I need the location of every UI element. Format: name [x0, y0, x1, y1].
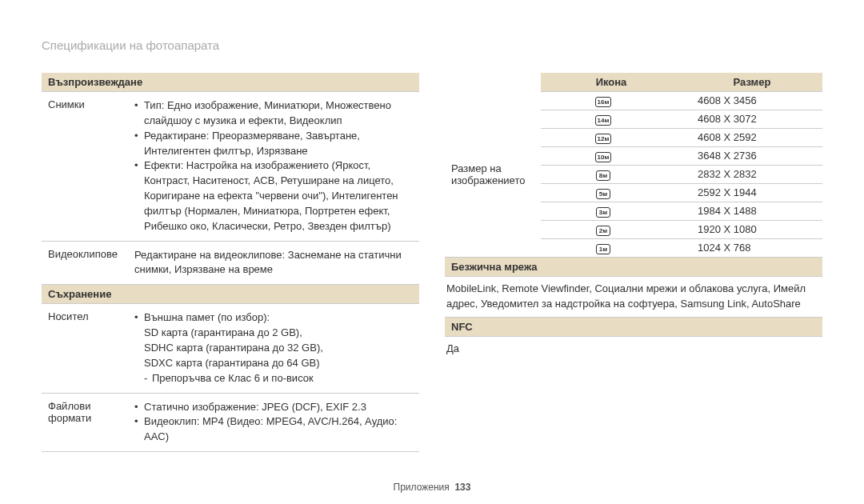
mp-icon: 10м: [595, 152, 612, 162]
size-row: 8м 2832 X 2832: [541, 165, 822, 183]
footer-label: Приложения: [394, 482, 450, 493]
size-value: 2832 X 2832: [666, 168, 822, 181]
row-videos-label: Видеоклипове: [42, 246, 130, 280]
size-value: 3648 X 2736: [666, 150, 822, 162]
nfc-header: NFC: [445, 318, 822, 337]
icon-size-header: Икона Размер: [541, 73, 822, 92]
mp-icon: 12м: [595, 134, 612, 144]
row-formats-value: Статично изображение: JPEG (DCF), EXIF 2…: [130, 398, 419, 447]
mp-icon: 5м: [596, 189, 610, 199]
image-size-side-label-spacer: [445, 73, 541, 92]
bullet: Ефекти: Настройка на изображението (Ярко…: [134, 158, 414, 234]
wireless-header: Безжична мрежа: [445, 258, 822, 277]
row-formats-label: Файлови формати: [42, 398, 130, 447]
section-playback-header: Възпроизвеждане: [42, 73, 419, 92]
size-value: 4608 X 3072: [666, 113, 822, 126]
columns: Възпроизвеждане Снимки Тип: Едно изображ…: [42, 73, 822, 452]
size-value: 2592 X 1944: [666, 186, 822, 199]
row-photos: Снимки Тип: Едно изображение, Миниатюри,…: [42, 92, 419, 242]
row-photos-label: Снимки: [42, 97, 130, 236]
section-storage-header: Съхранение: [42, 285, 419, 304]
image-size-block: Икона Размер: [445, 73, 822, 92]
size-value: 1024 X 768: [666, 242, 822, 254]
mp-icon: 2м: [596, 226, 610, 236]
size-row: 14м 4608 X 3072: [541, 110, 822, 128]
size-row: 2м 1920 X 1080: [541, 220, 822, 238]
row-formats: Файлови формати Статично изображение: JP…: [42, 394, 419, 453]
row-media-label: Носител: [42, 309, 130, 387]
size-row: 5м 2592 X 1944: [541, 183, 822, 202]
size-value: 1984 X 1488: [666, 205, 822, 218]
size-row: 16м 4608 X 3456: [541, 92, 822, 110]
bullet: Статично изображение: JPEG (DCF), EXIF 2…: [134, 400, 414, 415]
row-media-value: Външна памет (по избор): SD карта (гаран…: [130, 309, 419, 387]
left-column: Възпроизвеждане Снимки Тип: Едно изображ…: [42, 73, 419, 452]
row-videos-value: Редактиране на видеоклипове: Заснемане н…: [130, 246, 419, 280]
image-size-side-label: Размер на изображението: [445, 92, 541, 257]
footer-page-number: 133: [454, 482, 470, 493]
mp-icon: 16м: [595, 97, 612, 107]
image-size-rows: Размер на изображението 16м 4608 X 3456 …: [445, 92, 822, 258]
size-value: 4608 X 3456: [666, 94, 822, 107]
icon-col-header: Икона: [541, 73, 682, 91]
bullet: Редактиране: Преоразмеряване, Завъртане,…: [134, 129, 414, 159]
nfc-text: Да: [445, 337, 822, 362]
size-row: 10м 3648 X 2736: [541, 146, 822, 165]
image-size-inner: 16м 4608 X 3456 14м 4608 X 3072 12м 4608…: [541, 92, 822, 257]
mp-icon: 1м: [596, 244, 610, 254]
sub-bullet: Препоръчва се Клас 6 и по-висок: [134, 371, 414, 386]
row-photos-value: Тип: Едно изображение, Миниатюри, Множес…: [130, 97, 419, 236]
size-value: 1920 X 1080: [666, 223, 822, 236]
row-videos: Видеоклипове Редактиране на видеоклипове…: [42, 242, 419, 286]
bullet: Външна памет (по избор): SD карта (гаран…: [134, 310, 414, 370]
row-media: Носител Външна памет (по избор): SD карт…: [42, 304, 419, 393]
mp-icon: 8м: [596, 170, 610, 181]
size-value: 4608 X 2592: [666, 131, 822, 144]
size-row: 12м 4608 X 2592: [541, 128, 822, 146]
page-title: Спецификации на фотоапарата: [42, 38, 822, 52]
size-col-header: Размер: [682, 73, 822, 91]
bullet: Видеоклип: MP4 (Видео: MPEG4, AVC/H.264,…: [134, 414, 414, 445]
size-row: 3м 1984 X 1488: [541, 202, 822, 220]
page-footer: Приложения 133: [0, 482, 864, 493]
mp-icon: 14м: [595, 115, 612, 126]
bullet: Тип: Едно изображение, Миниатюри, Множес…: [134, 98, 414, 129]
wireless-text: MobileLink, Remote Viewfinder, Социални …: [445, 277, 822, 318]
right-column: Икона Размер Размер на изображението 16м…: [445, 73, 822, 452]
size-row: 1м 1024 X 768: [541, 238, 822, 257]
mp-icon: 3м: [596, 207, 610, 218]
